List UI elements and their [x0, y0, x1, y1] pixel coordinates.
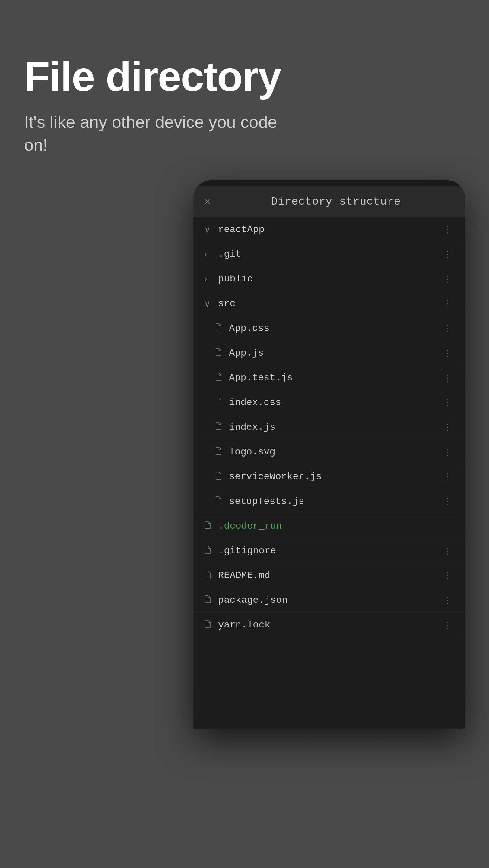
list-item[interactable]: App.test.js ⋮: [193, 366, 465, 390]
close-button[interactable]: ×: [204, 195, 210, 208]
file-name: setupTests.js: [229, 496, 305, 507]
list-item[interactable]: .dcoder_run: [193, 514, 465, 538]
more-options-icon[interactable]: ⋮: [441, 496, 454, 506]
more-options-icon[interactable]: ⋮: [441, 348, 454, 358]
file-icon: [204, 620, 213, 630]
list-item[interactable]: logo.svg ⋮: [193, 440, 465, 464]
more-options-icon[interactable]: ⋮: [441, 398, 454, 407]
device-top: [193, 180, 465, 186]
more-options-icon[interactable]: ⋮: [441, 299, 454, 309]
folder-name: reactApp: [218, 224, 264, 235]
file-icon: [215, 472, 224, 482]
hero-section: File directory It's like any other devic…: [24, 54, 465, 156]
list-item[interactable]: ∨ reactApp ⋮: [193, 217, 465, 242]
more-options-icon[interactable]: ⋮: [441, 570, 454, 581]
chevron-down-icon: ∨: [204, 224, 213, 235]
file-icon: [204, 595, 213, 605]
file-explorer: × Directory structure ∨ reactApp ⋮: [193, 186, 465, 729]
hero-title: File directory: [24, 54, 465, 98]
list-item[interactable]: yarn.lock ⋮: [193, 613, 465, 638]
file-name: .gitignore: [218, 545, 276, 556]
more-options-icon[interactable]: ⋮: [441, 323, 454, 333]
file-icon: [215, 447, 224, 457]
list-item[interactable]: index.js ⋮: [193, 415, 465, 440]
more-options-icon[interactable]: ⋮: [441, 422, 454, 432]
file-icon: [215, 323, 224, 333]
file-name: App.js: [229, 347, 264, 359]
folder-name: src: [218, 298, 236, 309]
file-icon: [215, 373, 224, 383]
list-item[interactable]: package.json ⋮: [193, 588, 465, 613]
more-options-icon[interactable]: ⋮: [441, 546, 454, 556]
file-icon: [215, 398, 224, 407]
more-options-icon[interactable]: ⋮: [441, 224, 454, 235]
more-options-icon[interactable]: ⋮: [441, 447, 454, 457]
list-item[interactable]: index.css ⋮: [193, 390, 465, 415]
explorer-header: × Directory structure: [193, 186, 465, 217]
list-item[interactable]: setupTests.js ⋮: [193, 489, 465, 514]
list-item[interactable]: App.js ⋮: [193, 341, 465, 366]
file-name: index.js: [229, 422, 276, 433]
more-options-icon[interactable]: ⋮: [441, 274, 454, 284]
file-icon: [215, 496, 224, 506]
file-icon: [204, 546, 213, 556]
file-name: serviceWorker.js: [229, 471, 322, 482]
list-item[interactable]: README.md ⋮: [193, 563, 465, 588]
file-name-highlighted: .dcoder_run: [218, 521, 282, 532]
file-name: App.css: [229, 323, 269, 334]
hero-subtitle: It's like any other device you code on!: [24, 111, 296, 156]
more-options-icon[interactable]: ⋮: [441, 595, 454, 605]
folder-name: public: [218, 273, 253, 284]
list-item[interactable]: ∨ src ⋮: [193, 291, 465, 316]
file-name: index.css: [229, 397, 281, 408]
file-icon: [215, 422, 224, 432]
more-options-icon[interactable]: ⋮: [441, 373, 454, 383]
file-name: App.test.js: [229, 372, 293, 383]
chevron-down-icon: ∨: [204, 299, 213, 309]
explorer-content: ∨ reactApp ⋮ › .git: [193, 217, 465, 638]
file-icon: [204, 570, 213, 581]
list-item[interactable]: App.css ⋮: [193, 316, 465, 341]
list-item[interactable]: .gitignore ⋮: [193, 538, 465, 563]
chevron-right-icon: ›: [204, 250, 213, 259]
list-item[interactable]: › .git ⋮: [193, 242, 465, 267]
more-options-icon[interactable]: ⋮: [441, 249, 454, 259]
explorer-title: Directory structure: [218, 195, 454, 208]
file-name: logo.svg: [229, 446, 276, 458]
folder-name: .git: [218, 249, 241, 260]
file-name: package.json: [218, 595, 287, 606]
chevron-right-icon: ›: [204, 274, 213, 284]
more-options-icon[interactable]: ⋮: [441, 620, 454, 630]
file-name: yarn.lock: [218, 619, 270, 630]
file-green-icon: [204, 521, 213, 531]
page-container: File directory It's like any other devic…: [0, 0, 489, 868]
file-name: README.md: [218, 570, 270, 581]
list-item[interactable]: serviceWorker.js ⋮: [193, 464, 465, 489]
file-icon: [215, 348, 224, 358]
list-item[interactable]: › public ⋮: [193, 267, 465, 291]
device-frame: × Directory structure ∨ reactApp ⋮: [193, 180, 465, 729]
more-options-icon[interactable]: ⋮: [441, 472, 454, 482]
device-container: × Directory structure ∨ reactApp ⋮: [24, 180, 465, 729]
